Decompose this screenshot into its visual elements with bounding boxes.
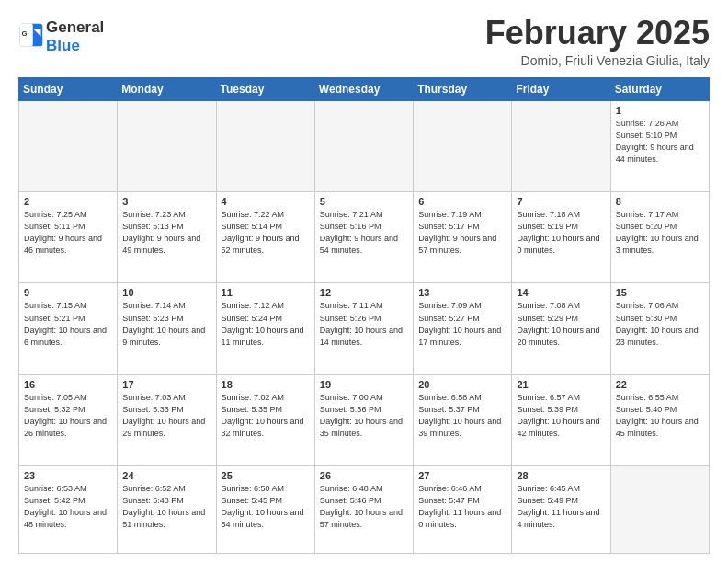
day-info: Sunrise: 7:09 AM Sunset: 5:27 PM Dayligh… — [418, 300, 506, 348]
day-info: Sunrise: 6:50 AM Sunset: 5:45 PM Dayligh… — [222, 483, 310, 531]
day-info: Sunrise: 7:03 AM Sunset: 5:33 PM Dayligh… — [122, 392, 210, 440]
weekday-header-sunday: Sunday — [19, 77, 118, 100]
day-info: Sunrise: 7:18 AM Sunset: 5:19 PM Dayligh… — [517, 209, 605, 257]
calendar-day-cell: 5Sunrise: 7:21 AM Sunset: 5:16 PM Daylig… — [314, 192, 413, 283]
svg-text:G: G — [22, 29, 28, 37]
calendar-day-cell: 8Sunrise: 7:17 AM Sunset: 5:20 PM Daylig… — [610, 192, 709, 283]
calendar-day-cell: 19Sunrise: 7:00 AM Sunset: 5:36 PM Dayli… — [314, 374, 413, 465]
page: G General Blue February 2025 Domio, Friu… — [0, 0, 728, 563]
day-info: Sunrise: 6:46 AM Sunset: 5:47 PM Dayligh… — [418, 483, 506, 531]
day-number: 6 — [418, 196, 506, 207]
day-info: Sunrise: 6:52 AM Sunset: 5:43 PM Dayligh… — [122, 483, 210, 531]
day-number: 21 — [517, 379, 605, 390]
day-number: 18 — [222, 379, 310, 390]
calendar-day-cell: 12Sunrise: 7:11 AM Sunset: 5:26 PM Dayli… — [314, 283, 413, 374]
day-number: 28 — [517, 470, 605, 481]
day-info: Sunrise: 7:11 AM Sunset: 5:26 PM Dayligh… — [320, 300, 408, 348]
calendar-day-cell: 28Sunrise: 6:45 AM Sunset: 5:49 PM Dayli… — [512, 466, 610, 554]
month-title: February 2025 — [485, 15, 710, 52]
day-info: Sunrise: 7:22 AM Sunset: 5:14 PM Dayligh… — [222, 209, 310, 257]
weekday-header-monday: Monday — [118, 77, 216, 100]
calendar-day-cell: 14Sunrise: 7:08 AM Sunset: 5:29 PM Dayli… — [512, 283, 610, 374]
day-number: 14 — [517, 287, 605, 298]
day-info: Sunrise: 6:53 AM Sunset: 5:42 PM Dayligh… — [24, 483, 112, 531]
weekday-header-wednesday: Wednesday — [314, 77, 413, 100]
weekday-header-tuesday: Tuesday — [216, 77, 314, 100]
header: G General Blue February 2025 Domio, Friu… — [18, 15, 710, 68]
calendar-week-row: 9Sunrise: 7:15 AM Sunset: 5:21 PM Daylig… — [19, 283, 710, 374]
day-info: Sunrise: 7:00 AM Sunset: 5:36 PM Dayligh… — [320, 392, 408, 440]
day-number: 12 — [320, 287, 408, 298]
day-info: Sunrise: 7:25 AM Sunset: 5:11 PM Dayligh… — [24, 209, 112, 257]
calendar-day-cell — [314, 100, 413, 191]
location-subtitle: Domio, Friuli Venezia Giulia, Italy — [485, 53, 710, 68]
calendar-day-cell — [610, 466, 709, 554]
day-info: Sunrise: 7:15 AM Sunset: 5:21 PM Dayligh… — [24, 300, 112, 348]
day-number: 27 — [418, 470, 506, 481]
day-number: 10 — [122, 287, 210, 298]
calendar-day-cell: 20Sunrise: 6:58 AM Sunset: 5:37 PM Dayli… — [414, 374, 512, 465]
weekday-header-friday: Friday — [512, 77, 610, 100]
day-info: Sunrise: 7:19 AM Sunset: 5:17 PM Dayligh… — [418, 209, 506, 257]
calendar-day-cell: 16Sunrise: 7:05 AM Sunset: 5:32 PM Dayli… — [19, 374, 118, 465]
calendar-day-cell: 11Sunrise: 7:12 AM Sunset: 5:24 PM Dayli… — [216, 283, 314, 374]
day-number: 4 — [222, 196, 310, 207]
day-info: Sunrise: 7:21 AM Sunset: 5:16 PM Dayligh… — [320, 209, 408, 257]
day-number: 17 — [122, 379, 210, 390]
day-number: 24 — [122, 470, 210, 481]
calendar-week-row: 1Sunrise: 7:26 AM Sunset: 5:10 PM Daylig… — [19, 100, 710, 191]
calendar-week-row: 16Sunrise: 7:05 AM Sunset: 5:32 PM Dayli… — [19, 374, 710, 465]
day-number: 22 — [616, 379, 704, 390]
day-info: Sunrise: 6:57 AM Sunset: 5:39 PM Dayligh… — [517, 392, 605, 440]
day-number: 19 — [320, 379, 408, 390]
day-info: Sunrise: 6:48 AM Sunset: 5:46 PM Dayligh… — [320, 483, 408, 531]
weekday-header-thursday: Thursday — [414, 77, 512, 100]
day-info: Sunrise: 7:02 AM Sunset: 5:35 PM Dayligh… — [222, 392, 310, 440]
calendar-day-cell: 24Sunrise: 6:52 AM Sunset: 5:43 PM Dayli… — [118, 466, 216, 554]
calendar-day-cell: 26Sunrise: 6:48 AM Sunset: 5:46 PM Dayli… — [314, 466, 413, 554]
calendar-day-cell: 4Sunrise: 7:22 AM Sunset: 5:14 PM Daylig… — [216, 192, 314, 283]
calendar-day-cell: 23Sunrise: 6:53 AM Sunset: 5:42 PM Dayli… — [19, 466, 118, 554]
day-number: 2 — [24, 196, 112, 207]
calendar-day-cell — [19, 100, 118, 191]
day-number: 23 — [24, 470, 112, 481]
calendar-day-cell — [512, 100, 610, 191]
day-number: 7 — [517, 196, 605, 207]
day-number: 1 — [616, 105, 704, 116]
day-info: Sunrise: 7:17 AM Sunset: 5:20 PM Dayligh… — [616, 209, 704, 257]
day-info: Sunrise: 6:58 AM Sunset: 5:37 PM Dayligh… — [418, 392, 506, 440]
day-number: 11 — [222, 287, 310, 298]
calendar-week-row: 23Sunrise: 6:53 AM Sunset: 5:42 PM Dayli… — [19, 466, 710, 554]
calendar-day-cell: 27Sunrise: 6:46 AM Sunset: 5:47 PM Dayli… — [414, 466, 512, 554]
calendar-day-cell: 2Sunrise: 7:25 AM Sunset: 5:11 PM Daylig… — [19, 192, 118, 283]
day-info: Sunrise: 7:08 AM Sunset: 5:29 PM Dayligh… — [517, 300, 605, 348]
day-info: Sunrise: 7:06 AM Sunset: 5:30 PM Dayligh… — [616, 300, 704, 348]
logo: G General Blue — [18, 18, 104, 54]
title-area: February 2025 Domio, Friuli Venezia Giul… — [485, 15, 710, 68]
day-info: Sunrise: 7:05 AM Sunset: 5:32 PM Dayligh… — [24, 392, 112, 440]
calendar-day-cell: 13Sunrise: 7:09 AM Sunset: 5:27 PM Dayli… — [414, 283, 512, 374]
day-number: 8 — [616, 196, 704, 207]
day-number: 25 — [222, 470, 310, 481]
calendar-day-cell: 6Sunrise: 7:19 AM Sunset: 5:17 PM Daylig… — [414, 192, 512, 283]
day-info: Sunrise: 7:12 AM Sunset: 5:24 PM Dayligh… — [222, 300, 310, 348]
day-info: Sunrise: 6:45 AM Sunset: 5:49 PM Dayligh… — [517, 483, 605, 531]
day-number: 20 — [418, 379, 506, 390]
day-info: Sunrise: 7:14 AM Sunset: 5:23 PM Dayligh… — [122, 300, 210, 348]
day-number: 26 — [320, 470, 408, 481]
day-number: 16 — [24, 379, 112, 390]
logo-line1: General — [46, 18, 104, 37]
calendar-day-cell: 22Sunrise: 6:55 AM Sunset: 5:40 PM Dayli… — [610, 374, 709, 465]
calendar-day-cell: 17Sunrise: 7:03 AM Sunset: 5:33 PM Dayli… — [118, 374, 216, 465]
calendar-day-cell: 15Sunrise: 7:06 AM Sunset: 5:30 PM Dayli… — [610, 283, 709, 374]
calendar-day-cell: 7Sunrise: 7:18 AM Sunset: 5:19 PM Daylig… — [512, 192, 610, 283]
logo-line2: Blue — [46, 37, 104, 55]
day-number: 3 — [122, 196, 210, 207]
day-info: Sunrise: 6:55 AM Sunset: 5:40 PM Dayligh… — [616, 392, 704, 440]
calendar-day-cell: 9Sunrise: 7:15 AM Sunset: 5:21 PM Daylig… — [19, 283, 118, 374]
calendar-day-cell: 10Sunrise: 7:14 AM Sunset: 5:23 PM Dayli… — [118, 283, 216, 374]
day-number: 9 — [24, 287, 112, 298]
calendar-day-cell — [216, 100, 314, 191]
day-info: Sunrise: 7:23 AM Sunset: 5:13 PM Dayligh… — [122, 209, 210, 257]
day-info: Sunrise: 7:26 AM Sunset: 5:10 PM Dayligh… — [616, 118, 704, 166]
